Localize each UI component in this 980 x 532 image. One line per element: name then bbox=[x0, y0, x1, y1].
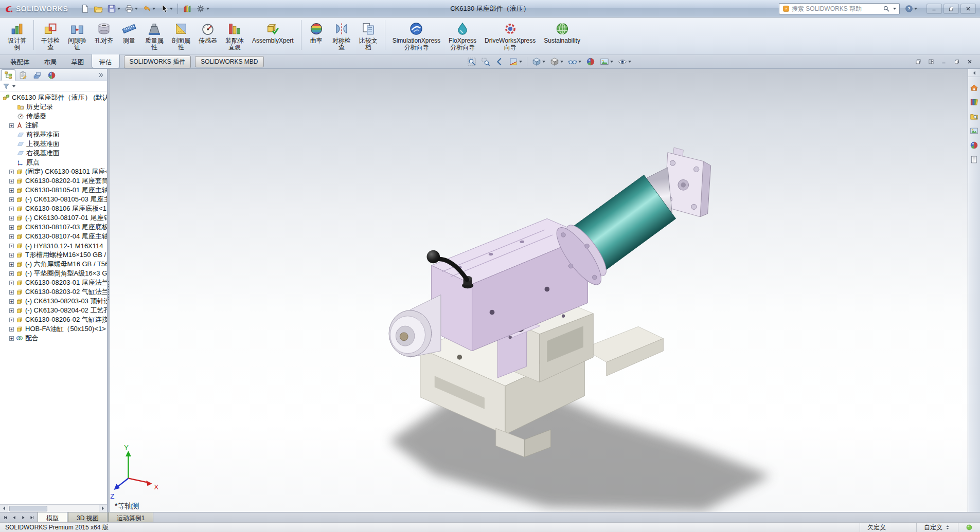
restore-button[interactable] bbox=[943, 4, 959, 14]
expand-icon[interactable]: + bbox=[9, 262, 14, 267]
expand-icon[interactable]: + bbox=[9, 207, 14, 211]
symmetry-check-button[interactable]: 对称检 查 bbox=[329, 19, 354, 52]
tree-item[interactable]: +CK6130-08202-01 尾座套筒 bbox=[0, 176, 107, 186]
tree-item[interactable]: 原点 bbox=[0, 158, 107, 167]
collapse-task-pane-icon[interactable] bbox=[968, 69, 980, 77]
command-tab[interactable]: 评估 bbox=[92, 54, 120, 68]
tree-item[interactable]: +T形槽用螺栓M16×150 GB / bbox=[0, 250, 107, 260]
simulationxpress-button[interactable]: SimulationXpress 分析向导 bbox=[389, 19, 444, 52]
zoom-fit-button[interactable] bbox=[466, 56, 478, 68]
expand-icon[interactable]: + bbox=[9, 318, 14, 322]
options-button[interactable] bbox=[194, 2, 211, 15]
search-box[interactable] bbox=[779, 3, 900, 14]
print-button[interactable] bbox=[122, 2, 140, 15]
tree-item[interactable]: +CK6130-08105-01 尾座主轴 bbox=[0, 186, 107, 195]
tree-item[interactable]: +CK6130-08206-02 气缸连接 bbox=[0, 315, 107, 324]
displaymanager-tab[interactable] bbox=[44, 69, 59, 81]
expand-icon[interactable]: + bbox=[9, 179, 14, 184]
tree-item[interactable]: +(-) 平垫圈倒角型A级16×3 GB bbox=[0, 269, 107, 278]
tree-item[interactable]: 传感器 bbox=[0, 112, 107, 121]
previous-tab-button[interactable] bbox=[10, 513, 19, 522]
display-style-button[interactable] bbox=[548, 56, 565, 68]
appearances-scenes-button[interactable] bbox=[969, 140, 979, 150]
panel-horizontal-scrollbar[interactable] bbox=[0, 504, 107, 512]
tree-item[interactable]: 历史记录 bbox=[0, 102, 107, 112]
zoom-area-button[interactable] bbox=[479, 56, 492, 68]
view-settings-button[interactable] bbox=[616, 56, 633, 68]
custom-status[interactable]: 自定义 bbox=[916, 523, 958, 532]
cascade-windows-button[interactable] bbox=[914, 58, 922, 66]
view-palette-button[interactable] bbox=[969, 125, 979, 136]
tree-root-item[interactable]: CK6130 尾座部件（液压） (默认 bbox=[0, 93, 107, 102]
expand-icon[interactable]: + bbox=[9, 244, 14, 248]
document-tab[interactable]: 3D 视图 bbox=[68, 512, 108, 522]
tree-item[interactable]: +(固定) CK6130-08101 尾座< bbox=[0, 167, 107, 176]
assembly-visualization-button[interactable]: 装配体 直观 bbox=[222, 19, 247, 52]
assemblyxpert-button[interactable]: AssemblyXpert bbox=[248, 19, 297, 45]
tile-windows-button[interactable] bbox=[927, 58, 935, 66]
section-view-button[interactable] bbox=[507, 56, 524, 68]
hide-show-items-button[interactable] bbox=[566, 56, 583, 68]
save-button[interactable] bbox=[105, 2, 122, 15]
tree-item[interactable]: +(-) CK6130-08204-02 工艺孔 bbox=[0, 306, 107, 315]
tree-item[interactable]: +(-) 六角厚螺母M16 GB / T56 bbox=[0, 260, 107, 269]
tree-item[interactable]: +CK6130-08106 尾座底板<1 bbox=[0, 204, 107, 213]
tree-item[interactable]: +注解 bbox=[0, 121, 107, 130]
solidworks-resources-button[interactable] bbox=[969, 82, 979, 93]
graphics-area[interactable]: Y X Z *等轴测 bbox=[110, 69, 968, 512]
tree-item[interactable]: 前视基准面 bbox=[0, 130, 107, 139]
clearance-verify-button[interactable]: 间隙验 证 bbox=[64, 19, 90, 52]
tree-item[interactable]: +CK6130-08107-04 尾座主轴 bbox=[0, 232, 107, 241]
propertymanager-tab[interactable] bbox=[15, 69, 30, 81]
scrollbar-thumb[interactable] bbox=[9, 506, 47, 511]
caret-down-icon[interactable] bbox=[893, 8, 896, 10]
sustainability-button[interactable]: Sustainability bbox=[540, 19, 584, 45]
doc-minimize-button[interactable] bbox=[940, 58, 948, 66]
expand-icon[interactable]: + bbox=[9, 197, 14, 202]
compare-documents-button[interactable]: 比较文 档 bbox=[355, 19, 381, 52]
document-tab[interactable]: 模型 bbox=[38, 512, 67, 522]
mass-properties-button[interactable]: 质量属 性 bbox=[141, 19, 167, 52]
sensor-button[interactable]: 传感器 bbox=[195, 19, 221, 45]
next-tab-button[interactable] bbox=[19, 513, 27, 522]
command-tab[interactable]: SOLIDWORKS 插件 bbox=[124, 56, 191, 68]
tree-item[interactable]: +CK6130-08107-03 尾座底板 bbox=[0, 223, 107, 232]
expand-icon[interactable]: + bbox=[9, 123, 14, 128]
file-explorer-button[interactable] bbox=[969, 111, 979, 121]
doc-close-button[interactable] bbox=[966, 58, 974, 66]
edit-appearance-button[interactable] bbox=[584, 56, 597, 68]
tree-item[interactable]: +CK6130-08203-01 尾座法兰 bbox=[0, 278, 107, 287]
design-study-button[interactable]: 设计算 例 bbox=[4, 19, 30, 52]
previous-view-button[interactable] bbox=[493, 56, 506, 68]
model-base-extension[interactable] bbox=[583, 326, 664, 376]
featuremanager-tree-tab[interactable] bbox=[1, 69, 15, 81]
command-tab[interactable]: SOLIDWORKS MBD bbox=[195, 56, 263, 67]
expand-icon[interactable]: + bbox=[9, 225, 14, 230]
expand-icon[interactable]: + bbox=[9, 253, 14, 258]
expand-icon[interactable]: + bbox=[9, 216, 14, 221]
expand-icon[interactable]: + bbox=[9, 290, 14, 295]
model-quill[interactable] bbox=[389, 295, 441, 357]
hole-alignment-button[interactable]: 孔对齐 bbox=[91, 19, 117, 45]
configurationmanager-tab[interactable] bbox=[30, 69, 44, 81]
tree-item[interactable]: +(-) HY8310.12-1 M16X114 bbox=[0, 241, 107, 250]
open-button[interactable] bbox=[92, 2, 105, 15]
expand-icon[interactable]: + bbox=[9, 327, 14, 332]
tree-item[interactable]: +(-) CK6130-08203-03 顶针连 bbox=[0, 297, 107, 306]
search-input[interactable] bbox=[792, 5, 881, 12]
curvature-button[interactable]: 曲率 bbox=[305, 19, 328, 45]
measure-button[interactable]: 测量 bbox=[118, 19, 140, 45]
expand-icon[interactable]: + bbox=[9, 336, 14, 341]
rebuild-button[interactable] bbox=[181, 2, 194, 15]
scroll-right-icon[interactable] bbox=[99, 505, 107, 512]
expand-icon[interactable]: + bbox=[9, 308, 14, 313]
command-tab[interactable]: 装配体 bbox=[3, 55, 37, 68]
expand-icon[interactable]: + bbox=[9, 170, 14, 174]
tree-item[interactable]: +(-) CK6130-08107-01 尾座钻 bbox=[0, 213, 107, 223]
model-view[interactable]: Y X Z bbox=[110, 69, 968, 512]
expand-icon[interactable]: + bbox=[9, 188, 14, 193]
tree-item[interactable]: +HOB-FA油缸（50x150)<1> bbox=[0, 324, 107, 334]
select-button[interactable] bbox=[157, 2, 175, 15]
tree-item[interactable]: +CK6130-08203-02 气缸法兰 bbox=[0, 287, 107, 297]
design-library-button[interactable] bbox=[969, 97, 979, 107]
